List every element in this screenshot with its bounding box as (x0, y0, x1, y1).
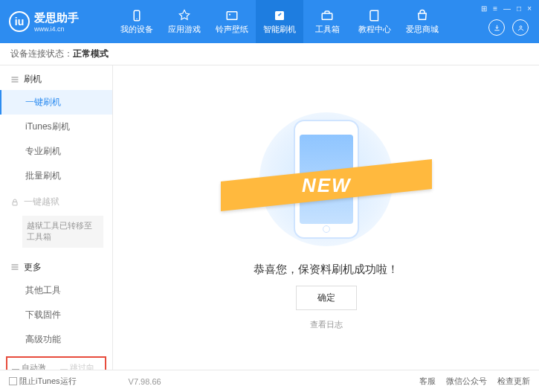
maximize-icon[interactable]: □ (517, 4, 521, 13)
checkbox-block-itunes[interactable]: 阻止iTunes运行 (9, 376, 77, 387)
sidebar-group-flash[interactable]: 刷机 (0, 65, 112, 90)
status-bar: 设备连接状态： 正常模式 (0, 43, 539, 65)
app-name: 爱思助手 (34, 11, 79, 25)
menu-icon[interactable]: ≡ (493, 4, 497, 13)
image-icon (225, 9, 239, 22)
footer: 阻止iTunes运行 V7.98.66 客服 微信公众号 检查更新 (0, 370, 539, 392)
menu-icon (10, 263, 19, 271)
sidebar-item-download-fw[interactable]: 下载固件 (0, 303, 112, 327)
svg-point-1 (136, 18, 138, 19)
version-label: V7.98.66 (129, 377, 161, 386)
sidebar-group-jailbreak: 一键越狱 (0, 188, 112, 213)
footer-link-update[interactable]: 检查更新 (497, 376, 530, 387)
nav-smart-flash[interactable]: 智能刷机 (256, 0, 303, 43)
svg-rect-7 (13, 202, 17, 205)
cart-icon[interactable]: ⊞ (481, 4, 487, 13)
close-icon[interactable]: × (527, 4, 532, 13)
download-icon[interactable] (488, 19, 505, 36)
sidebar-item-batch-flash[interactable]: 批量刷机 (0, 164, 112, 188)
success-message: 恭喜您，保资料刷机成功啦！ (254, 263, 398, 277)
sidebar-item-onekey-flash[interactable]: 一键刷机 (0, 90, 112, 115)
lock-icon (10, 198, 19, 207)
svg-rect-5 (322, 13, 332, 19)
window-controls: ⊞ ≡ — □ × (481, 4, 532, 13)
footer-link-wechat[interactable]: 微信公众号 (446, 376, 487, 387)
ok-button[interactable]: 确定 (296, 286, 357, 310)
svg-rect-2 (227, 11, 237, 19)
sidebar-item-advanced[interactable]: 高级功能 (0, 327, 112, 352)
nav-toolbox[interactable]: 工具箱 (303, 0, 351, 43)
nav-apps-games[interactable]: 应用游戏 (161, 0, 208, 43)
sidebar-item-itunes-flash[interactable]: iTunes刷机 (0, 115, 112, 139)
svg-point-3 (229, 13, 230, 15)
checkbox-icon (60, 369, 68, 370)
checkbox-icon (12, 369, 19, 370)
app-url: www.i4.cn (34, 25, 79, 33)
logo-area: iu 爱思助手 www.i4.cn (0, 11, 113, 33)
nav-ringtones[interactable]: 铃声壁纸 (208, 0, 256, 43)
book-icon (368, 9, 381, 22)
view-log-link[interactable]: 查看日志 (310, 319, 343, 330)
store-icon (416, 9, 429, 22)
new-badge-text: NEW (301, 174, 351, 197)
apps-icon (178, 9, 191, 22)
options-highlight-box: 自动激活 跳过向导 (6, 356, 106, 370)
nav-store[interactable]: 爱思商城 (398, 0, 446, 43)
content-area: NEW 恭喜您，保资料刷机成功啦！ 确定 查看日志 (113, 65, 539, 370)
sidebar-group-more[interactable]: 更多 (0, 254, 112, 278)
sidebar: 刷机 一键刷机 iTunes刷机 专业刷机 批量刷机 一键越狱 越狱工具已转移至… (0, 65, 113, 370)
nav-tutorials[interactable]: 教程中心 (351, 0, 398, 43)
checkbox-icon (9, 377, 17, 385)
minimize-icon[interactable]: — (503, 4, 511, 13)
sidebar-item-other-tools[interactable]: 其他工具 (0, 278, 112, 303)
footer-link-service[interactable]: 客服 (419, 376, 436, 387)
user-icon[interactable] (512, 19, 529, 36)
checkbox-skip-guide[interactable]: 跳过向导 (60, 362, 101, 370)
svg-point-6 (520, 25, 522, 28)
menu-icon (10, 75, 19, 84)
logo-icon: iu (9, 11, 30, 32)
app-header: iu 爱思助手 www.i4.cn 我的设备 应用游戏 铃声壁纸 智能刷机 工具… (0, 0, 539, 43)
main-nav: 我的设备 应用游戏 铃声壁纸 智能刷机 工具箱 教程中心 爱思商城 (113, 0, 446, 43)
sidebar-item-pro-flash[interactable]: 专业刷机 (0, 139, 112, 164)
nav-my-device[interactable]: 我的设备 (113, 0, 161, 43)
success-illustration: NEW (252, 105, 401, 254)
flash-icon (273, 9, 286, 22)
status-mode: 正常模式 (73, 48, 109, 60)
jailbreak-note[interactable]: 越狱工具已转移至工具箱 (22, 216, 103, 248)
device-icon (130, 9, 143, 22)
status-label: 设备连接状态： (10, 48, 73, 60)
toolbox-icon (320, 9, 334, 22)
checkbox-auto-activate[interactable]: 自动激活 (12, 362, 53, 370)
